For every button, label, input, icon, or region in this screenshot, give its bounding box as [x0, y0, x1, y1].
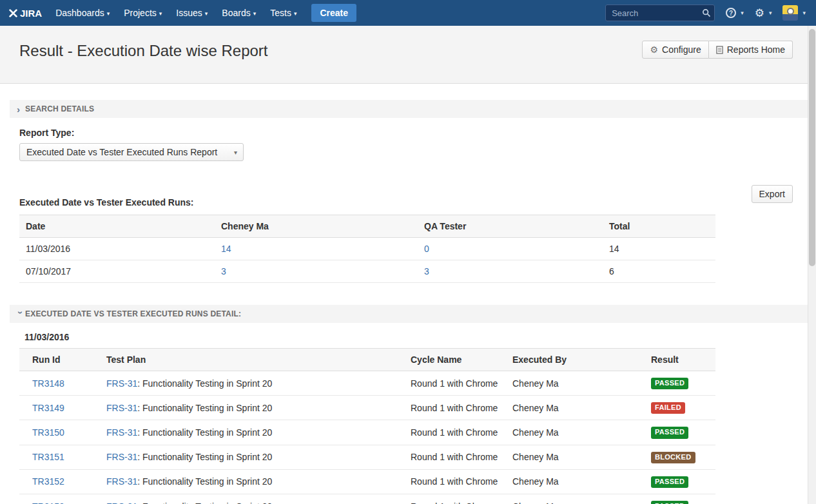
chevron-down-icon: ▾	[741, 10, 744, 16]
search-input[interactable]	[605, 5, 715, 21]
run-id-link[interactable]: TR3148	[32, 378, 64, 389]
detail-date-heading: 11/03/2016	[24, 332, 810, 342]
result-badge: PASSED	[651, 501, 688, 504]
nav-item-label: Issues	[176, 8, 202, 18]
test-plan-name: : Functionality Testing in Sprint 20	[137, 476, 272, 487]
report-type-select[interactable]: Executed Date vs Tester Executed Runs Re…	[19, 143, 244, 161]
user-menu[interactable]: ▾	[782, 5, 806, 21]
detail-table-row: TR3152FRS-31: Functionality Testing in S…	[19, 469, 715, 494]
qa-tester-count-link[interactable]: 3	[424, 266, 429, 276]
column-header: Test Plan	[100, 349, 404, 371]
result-badge: PASSED	[651, 427, 688, 438]
column-header: Run Id	[19, 349, 100, 371]
date-cell: 11/03/2016	[19, 238, 215, 260]
report-type-selected: Executed Date vs Tester Executed Runs Re…	[26, 147, 217, 157]
executed-by-cell: Cheney Ma	[506, 469, 645, 494]
chevron-down-icon: ▾	[294, 1, 297, 26]
reports-home-button[interactable]: Reports Home	[709, 41, 793, 59]
detail-table-row: TR3151FRS-31: Functionality Testing in S…	[19, 445, 715, 469]
summary-title: Executed Date vs Tester Executed Runs:	[19, 197, 810, 208]
detail-section-label: EXECUTED DATE VS TESTER EXECUTED RUNS DE…	[25, 309, 241, 318]
cycle-name-cell: Round 1 with Chrome	[404, 420, 506, 445]
report-type-field: Report Type: Executed Date vs Tester Exe…	[19, 128, 810, 161]
chevron-right-icon: ›	[17, 104, 25, 114]
create-button[interactable]: Create	[311, 4, 356, 22]
chevron-down-icon: ▾	[234, 149, 237, 156]
qa-tester-count-link[interactable]: 0	[424, 244, 429, 254]
cheney-ma-count-link[interactable]: 3	[221, 266, 226, 276]
detail-header-row: Run Id Test Plan Cycle Name Executed By …	[19, 349, 715, 371]
test-plan-link[interactable]: FRS-31	[106, 501, 137, 504]
nav-item-label: Tests	[270, 8, 291, 18]
cycle-name-cell: Round 1 with Chrome	[404, 371, 506, 396]
column-header: Date	[19, 215, 215, 238]
result-badge: BLOCKED	[651, 452, 695, 463]
nav-item-dashboards[interactable]: Dashboards▾	[48, 8, 117, 18]
scrollbar-thumb[interactable]	[809, 29, 815, 266]
nav-item-label: Projects	[124, 8, 157, 18]
export-button[interactable]: Export	[752, 185, 793, 203]
quick-search	[605, 5, 715, 21]
column-header: Executed By	[506, 349, 645, 371]
cycle-name-cell: Round 1 with Chrome	[404, 396, 506, 420]
test-plan-link[interactable]: FRS-31	[106, 427, 137, 438]
jira-logo[interactable]: JIRA	[9, 8, 42, 19]
avatar	[782, 5, 798, 21]
total-cell: 6	[603, 260, 715, 283]
test-plan-link[interactable]: FRS-31	[106, 452, 137, 462]
result-badge: PASSED	[651, 476, 688, 488]
search-icon[interactable]	[702, 8, 711, 20]
scrollbar-track[interactable]	[808, 26, 816, 504]
nav-item-tests[interactable]: Tests▾	[263, 8, 304, 18]
nav-item-issues[interactable]: Issues▾	[169, 8, 215, 18]
settings-menu[interactable]: ⚙ ▾	[755, 8, 772, 19]
test-plan-name: : Functionality Testing in Sprint 20	[137, 501, 272, 504]
test-plan-link[interactable]: FRS-31	[106, 476, 137, 487]
summary-header-row: Date Cheney Ma QA Tester Total	[19, 215, 715, 238]
run-id-link[interactable]: TR3153	[32, 501, 64, 504]
configure-button[interactable]: ⚙ Configure	[642, 41, 708, 59]
detail-table-row: TR3148FRS-31: Functionality Testing in S…	[19, 371, 715, 396]
nav-item-boards[interactable]: Boards▾	[215, 8, 263, 18]
main-menu: Dashboards▾Projects▾Issues▾Boards▾Tests▾	[48, 0, 304, 26]
help-menu[interactable]: ? ▾	[726, 8, 744, 18]
total-cell: 14	[603, 238, 715, 260]
test-plan-link[interactable]: FRS-31	[106, 378, 137, 389]
detail-table-row: TR3153FRS-31: Functionality Testing in S…	[19, 494, 715, 504]
navbar: JIRA Dashboards▾Projects▾Issues▾Boards▾T…	[0, 0, 816, 26]
test-plan-link[interactable]: FRS-31	[106, 403, 137, 413]
column-header: Cycle Name	[404, 349, 506, 371]
date-cell: 07/10/2017	[19, 260, 215, 283]
summary-table: Date Cheney Ma QA Tester Total 11/03/201…	[19, 215, 715, 283]
column-header: Total	[603, 215, 715, 238]
cycle-name-cell: Round 1 with Chrome	[404, 469, 506, 494]
column-header: Result	[645, 349, 715, 371]
chevron-down-icon: ▾	[205, 1, 208, 26]
detail-table-row: TR3149FRS-31: Functionality Testing in S…	[19, 396, 715, 420]
report-type-label: Report Type:	[19, 128, 810, 138]
nav-item-label: Dashboards	[55, 8, 104, 18]
nav-item-projects[interactable]: Projects▾	[117, 8, 169, 18]
executed-by-cell: Cheney Ma	[506, 396, 645, 420]
detail-table: Run Id Test Plan Cycle Name Executed By …	[19, 348, 715, 504]
run-id-link[interactable]: TR3152	[32, 476, 64, 487]
detail-section-toggle[interactable]: › EXECUTED DATE VS TESTER EXECUTED RUNS …	[10, 305, 810, 323]
run-id-link[interactable]: TR3149	[32, 403, 64, 413]
column-header: QA Tester	[418, 215, 603, 238]
header-actions: ⚙ Configure Reports Home	[642, 41, 793, 59]
chevron-down-icon: ▾	[107, 1, 110, 26]
report-page-icon	[716, 46, 723, 54]
run-id-link[interactable]: TR3150	[32, 427, 64, 438]
chevron-down-icon: ▾	[769, 10, 772, 16]
summary-table-row: 07/10/2017336	[19, 260, 715, 283]
executed-by-cell: Cheney Ma	[506, 420, 645, 445]
cheney-ma-count-link[interactable]: 14	[221, 244, 231, 254]
search-details-toggle[interactable]: › SEARCH DETAILS	[10, 100, 810, 118]
chevron-down-icon: ▾	[159, 1, 162, 26]
gear-icon: ⚙	[755, 8, 764, 19]
test-plan-name: : Functionality Testing in Sprint 20	[137, 378, 272, 389]
test-plan-name: : Functionality Testing in Sprint 20	[137, 452, 272, 462]
brand-text: JIRA	[20, 8, 42, 19]
executed-by-cell: Cheney Ma	[506, 494, 645, 504]
run-id-link[interactable]: TR3151	[32, 452, 64, 462]
